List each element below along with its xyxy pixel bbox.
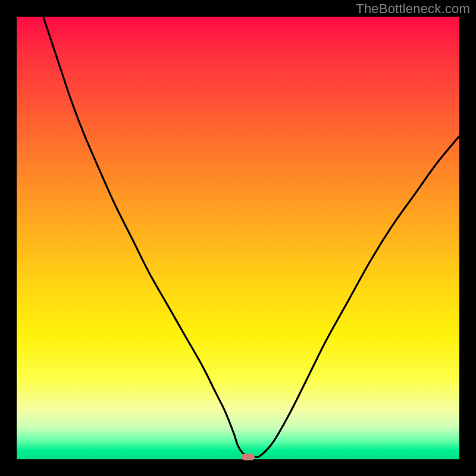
watermark-text: TheBottleneck.com	[356, 1, 470, 17]
bottleneck-curve	[17, 17, 459, 459]
plot-area	[17, 17, 459, 459]
chart-frame: TheBottleneck.com	[0, 0, 476, 476]
optimum-marker	[242, 453, 255, 460]
